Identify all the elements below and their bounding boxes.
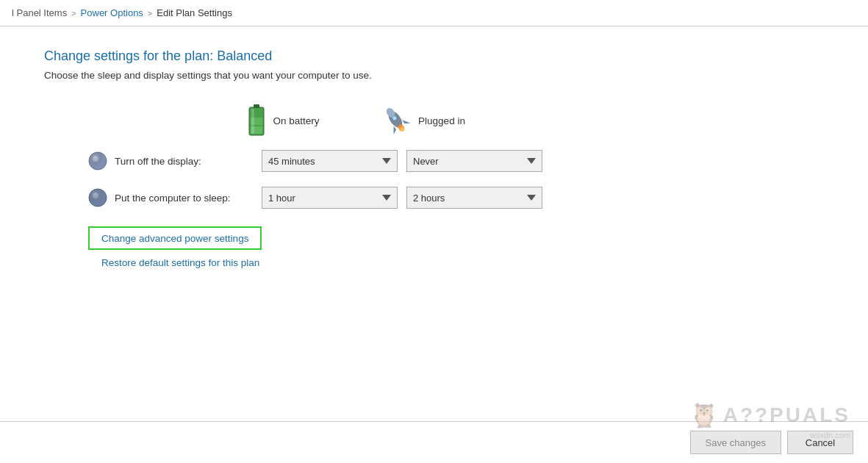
breadcrumb: l Panel Items > Power Options > Edit Pla… xyxy=(0,0,868,26)
sleep-battery-select[interactable]: 1 hour 1 minute 2 minutes 5 minutes 10 m… xyxy=(262,187,398,209)
save-changes-button[interactable]: Save changes xyxy=(690,431,781,454)
breadcrumb-edit-plan: Edit Plan Settings xyxy=(157,7,232,18)
sleep-setting-label: Put the computer to sleep: xyxy=(115,193,262,204)
svg-point-14 xyxy=(89,152,107,170)
breadcrumb-power-options[interactable]: Power Options xyxy=(81,7,143,18)
sleep-selects: 1 hour 1 minute 2 minutes 5 minutes 10 m… xyxy=(262,187,542,209)
battery-column-header: On battery xyxy=(213,103,353,138)
monitor-icon xyxy=(88,151,107,171)
sleep-setting-row: Put the computer to sleep: 1 hour 1 minu… xyxy=(88,187,824,209)
svg-point-17 xyxy=(89,189,107,207)
advanced-link-wrapper: Change advanced power settings xyxy=(88,226,262,250)
svg-rect-1 xyxy=(254,104,259,108)
plugged-icon xyxy=(380,107,412,134)
restore-defaults-link[interactable]: Restore default settings for this plan xyxy=(101,257,824,268)
brand-text: A??PUALS xyxy=(723,403,850,427)
sleep-plugged-select[interactable]: 2 hours 1 minute 2 minutes 5 minutes 10 … xyxy=(406,187,542,209)
battery-column-label: On battery xyxy=(273,115,319,126)
display-battery-select[interactable]: 45 minutes 1 minute 2 minutes 5 minutes … xyxy=(262,150,398,172)
display-setting-label: Turn off the display: xyxy=(115,156,262,167)
page-subtitle: Choose the sleep and display settings th… xyxy=(44,70,824,81)
svg-marker-8 xyxy=(402,117,410,126)
plugged-column-header: Plugged in xyxy=(353,107,492,134)
breadcrumb-panel-items: l Panel Items xyxy=(12,7,67,18)
display-setting-row: Turn off the display: 45 minutes 1 minut… xyxy=(88,150,824,172)
settings-table: Turn off the display: 45 minutes 1 minut… xyxy=(88,150,824,209)
site-watermark: wsxdn.com xyxy=(810,431,850,439)
breadcrumb-sep-1: > xyxy=(71,9,76,18)
owl-icon: 🦉 xyxy=(689,401,719,429)
advanced-power-settings-link[interactable]: Change advanced power settings xyxy=(101,233,248,244)
column-headers: On battery xyxy=(213,103,824,138)
svg-rect-4 xyxy=(251,109,254,134)
battery-icon xyxy=(246,103,267,138)
watermark: 🦉 A??PUALS xyxy=(689,401,850,429)
page-title: Change settings for the plan: Balanced xyxy=(44,49,824,64)
display-selects: 45 minutes 1 minute 2 minutes 5 minutes … xyxy=(262,150,542,172)
sleep-icon xyxy=(88,188,107,207)
breadcrumb-sep-2: > xyxy=(148,9,152,18)
links-section: Change advanced power settings Restore d… xyxy=(88,226,824,268)
plugged-column-label: Plugged in xyxy=(418,115,465,126)
display-plugged-select[interactable]: Never 1 minute 2 minutes 5 minutes 10 mi… xyxy=(406,150,542,172)
